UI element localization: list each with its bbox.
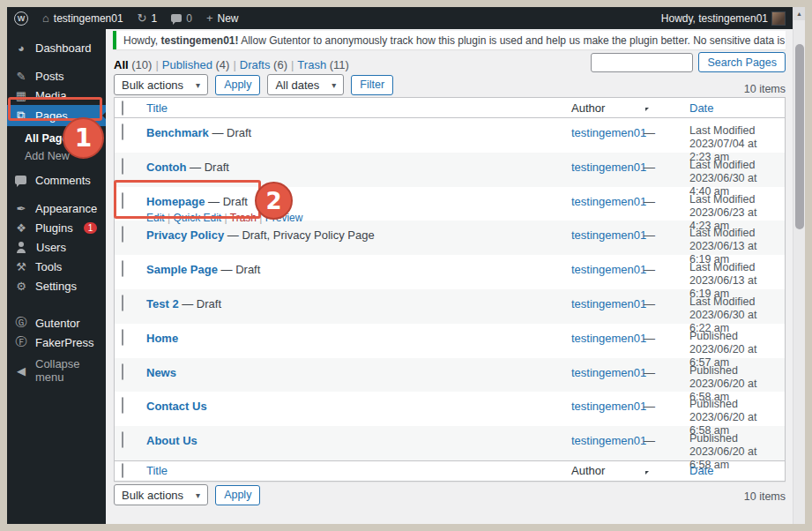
sidebar-item-gutentor[interactable]: Ⓖ Gutentor <box>7 313 106 333</box>
filter-button[interactable]: Filter <box>351 75 393 95</box>
sidebar-item-settings[interactable]: ⚙ Settings <box>7 276 106 295</box>
search-pages-button[interactable]: Search Pages <box>698 52 786 72</box>
wordpress-menu[interactable]: W <box>7 7 35 29</box>
gutentor-tracking-notice: Howdy, testingemen01! Allow Gutentor to … <box>113 31 786 49</box>
sidebar-item-label: Comments <box>35 174 91 187</box>
row-checkbox[interactable] <box>122 295 123 311</box>
page-title-link[interactable]: Sample Page <box>146 263 218 276</box>
page-title-link[interactable]: Benchmark <box>146 126 209 139</box>
row-checkbox[interactable] <box>122 431 123 448</box>
sidebar-item-appearance[interactable]: ✒ Appearance <box>7 198 106 218</box>
row-checkbox[interactable] <box>122 158 123 175</box>
items-count-bottom: 10 items <box>744 490 786 503</box>
sidebar-item-label: FakerPress <box>35 336 93 349</box>
author-link[interactable]: testingemen01 <box>571 366 646 379</box>
author-link[interactable]: testingemen01 <box>571 297 646 310</box>
howdy-account-menu[interactable]: Howdy, testingemen01 <box>661 12 771 25</box>
sidebar-item-posts[interactable]: ✎ Posts <box>7 66 106 86</box>
chevron-down-icon: ▾ <box>196 490 200 500</box>
avatar[interactable] <box>771 11 786 26</box>
table-row: Contact Us testingemen01 — Published2023… <box>115 392 785 426</box>
table-row: Home testingemen01 — Published2023/06/20… <box>115 324 785 358</box>
author-link[interactable]: testingemen01 <box>571 400 646 413</box>
row-checkbox[interactable] <box>122 397 123 414</box>
filter-trash[interactable]: Trash <box>297 58 326 71</box>
select-all-checkbox[interactable] <box>122 101 123 116</box>
sidebar-item-fakerpress[interactable]: Ⓕ FakerPress <box>7 333 106 352</box>
annotation-step-2: 2 <box>255 182 293 220</box>
sidebar-item-tools[interactable]: ⚒ Tools <box>7 257 106 276</box>
list-toolbar: Bulk actions ▾ Apply All dates ▾ Filter <box>114 74 393 95</box>
collapse-menu-button[interactable]: ◀ Collapse menu <box>7 361 106 380</box>
select-all-checkbox[interactable] <box>122 463 123 478</box>
page-title-link[interactable]: Home <box>146 332 178 345</box>
updates-icon: ↻ <box>138 12 147 24</box>
new-menu[interactable]: + New <box>199 7 246 29</box>
row-status: Published <box>689 398 779 411</box>
post-state: — Draft <box>209 126 251 139</box>
row-status: Published <box>689 364 779 378</box>
apply-button-bottom[interactable]: Apply <box>215 485 260 505</box>
scrollbar-thumb[interactable] <box>795 44 804 229</box>
sidebar-item-label: Gutentor <box>35 317 80 330</box>
wrench-icon: ⚒ <box>14 260 28 273</box>
search-input[interactable] <box>591 53 693 72</box>
post-state: — Draft <box>218 263 260 276</box>
author-link[interactable]: testingemen01 <box>571 126 646 139</box>
filter-published[interactable]: Published <box>162 58 212 71</box>
sidebar-item-users[interactable]: Users <box>7 237 106 257</box>
page-title-link[interactable]: About Us <box>146 434 197 447</box>
home-icon: ⌂ <box>42 12 49 24</box>
row-checkbox[interactable] <box>122 363 123 380</box>
plugin-icon: ❖ <box>14 221 28 235</box>
sidebar-item-label: Dashboard <box>35 41 92 55</box>
sort-date-header[interactable]: Date <box>689 464 713 477</box>
comments-menu[interactable]: 0 <box>164 7 199 29</box>
author-link[interactable]: testingemen01 <box>571 195 646 208</box>
annotation-step-1: 1 <box>63 117 104 159</box>
sort-title-header[interactable]: Title <box>146 101 168 115</box>
page-title-link[interactable]: Contoh <box>146 161 186 174</box>
row-status: Last Modified <box>689 159 779 172</box>
row-status: Published <box>689 330 779 343</box>
bulk-actions-select-bottom[interactable]: Bulk actions ▾ <box>114 484 208 505</box>
sidebar-item-label: Plugins <box>35 221 73 235</box>
page-title-link[interactable]: Privacy Policy <box>146 228 224 242</box>
date-filter-select[interactable]: All dates ▾ <box>267 74 344 95</box>
comment-count: 0 <box>186 12 192 25</box>
table-row: About Us testingemen01 — Published2023/0… <box>115 426 785 460</box>
bulk-actions-select[interactable]: Bulk actions ▾ <box>114 74 208 95</box>
author-link[interactable]: testingemen01 <box>571 263 646 276</box>
filter-drafts[interactable]: Drafts <box>240 58 271 71</box>
chevron-down-icon: ▾ <box>332 80 336 90</box>
row-checkbox[interactable] <box>122 226 123 243</box>
site-name-menu[interactable]: ⌂ testingemen01 <box>35 7 130 29</box>
sidebar-item-dashboard[interactable]: ◕ Dashboard <box>7 38 106 57</box>
post-state: — Draft <box>179 297 221 310</box>
page-title-link[interactable]: Contact Us <box>146 400 207 413</box>
row-checkbox[interactable] <box>122 260 123 277</box>
scroll-up-arrow-icon[interactable]: ▲ <box>793 7 805 20</box>
author-link[interactable]: testingemen01 <box>571 161 646 174</box>
row-checkbox[interactable] <box>122 123 123 140</box>
table-footer: Title Author Date <box>115 460 785 481</box>
author-link[interactable]: testingemen01 <box>571 228 646 242</box>
wordpress-logo-icon: W <box>14 11 28 26</box>
author-link[interactable]: testingemen01 <box>571 434 646 447</box>
row-status: Last Modified <box>689 227 779 240</box>
sort-title-header[interactable]: Title <box>146 464 168 477</box>
page-title-link[interactable]: Test 2 <box>146 297 179 310</box>
row-checkbox[interactable] <box>122 329 123 346</box>
page-title-link[interactable]: News <box>146 366 176 379</box>
sidebar-item-plugins[interactable]: ❖ Plugins 1 <box>7 218 106 237</box>
sidebar-item-comments[interactable]: Comments <box>7 170 106 190</box>
updates-menu[interactable]: ↻ 1 <box>130 7 165 29</box>
author-header: Author <box>571 464 605 477</box>
plugins-update-badge: 1 <box>84 222 98 234</box>
apply-button[interactable]: Apply <box>215 75 260 95</box>
sort-date-header[interactable]: Date <box>689 101 713 115</box>
scrollbar[interactable]: ▲ <box>793 7 805 524</box>
author-link[interactable]: testingemen01 <box>571 332 646 345</box>
filter-all[interactable]: All <box>114 58 129 71</box>
post-state: — Draft, Privacy Policy Page <box>224 228 375 242</box>
